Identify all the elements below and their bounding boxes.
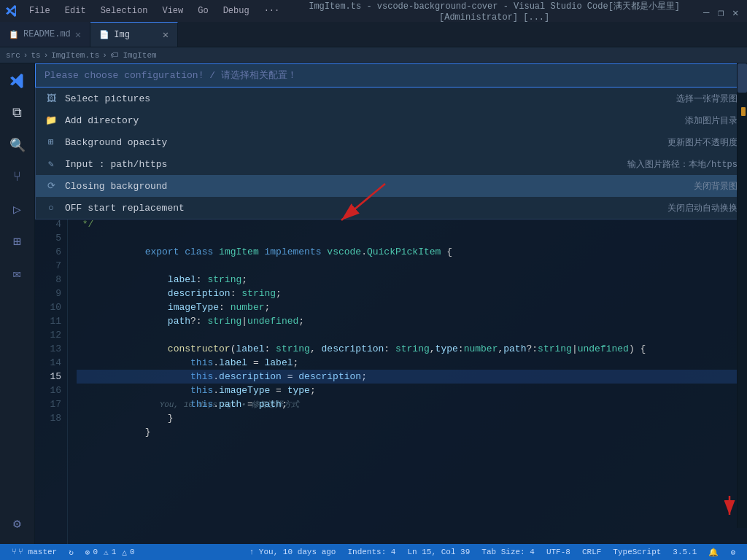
ln-7: 7 bbox=[35, 259, 61, 273]
code-line-6 bbox=[77, 245, 747, 259]
off-start-desc: 关闭启动自动换换 bbox=[667, 202, 738, 214]
statusbar-sync[interactable]: ↻ bbox=[63, 544, 80, 560]
statusbar-position[interactable]: Ln 15, Col 39 bbox=[401, 544, 476, 560]
settings-gear-icon: ⚙ bbox=[730, 548, 735, 557]
menu-selection[interactable]: Selection bbox=[95, 4, 154, 18]
activity-mail[interactable]: ✉ bbox=[3, 259, 32, 288]
ln-15: 15 bbox=[35, 370, 61, 384]
activity-settings[interactable]: ⚙ bbox=[3, 509, 32, 538]
ln-9: 9 bbox=[35, 287, 61, 300]
scrollbar-track[interactable] bbox=[737, 63, 747, 528]
ln-17: 17 bbox=[35, 397, 61, 411]
code-line-18: } bbox=[77, 411, 747, 425]
scroll-down-arrow bbox=[721, 494, 738, 521]
close-button[interactable]: ✕ bbox=[732, 7, 741, 15]
tabsize-text: Tab Size: 4 bbox=[481, 548, 535, 556]
lineending-text: CRLF bbox=[582, 548, 601, 556]
activity-extensions[interactable]: ⊞ bbox=[3, 227, 32, 256]
statusbar-settings-icon[interactable]: ⚙ bbox=[724, 544, 741, 560]
code-line-14: this.description = description; bbox=[77, 356, 747, 370]
indents-text: Indents: 4 bbox=[347, 548, 395, 556]
activity-bar: ⧉ 🔍 ⑂ ▷ ⊞ ✉ ⚙ bbox=[0, 63, 35, 544]
quick-pick-list: 🖼 Select pictures 选择一张背景图 📁 Add director… bbox=[35, 88, 747, 219]
scrollbar-thumb[interactable] bbox=[738, 63, 747, 93]
menu-edit[interactable]: Edit bbox=[59, 4, 92, 18]
notification-icon: 🔔 bbox=[708, 548, 719, 557]
activity-debug[interactable]: ▷ bbox=[3, 195, 32, 224]
window-title: ImgItem.ts - vscode-background-cover - V… bbox=[285, 0, 703, 23]
maximize-button[interactable]: ❐ bbox=[718, 7, 727, 15]
menu-go[interactable]: Go bbox=[192, 4, 214, 18]
menu-file[interactable]: File bbox=[23, 4, 56, 18]
statusbar-language[interactable]: TypeScript bbox=[607, 544, 667, 560]
input-path-icon: ✎ bbox=[44, 158, 58, 171]
window-controls: — ❐ ✕ bbox=[703, 7, 741, 15]
warning-icon: ⚠ bbox=[104, 548, 109, 557]
ln-12: 12 bbox=[35, 328, 61, 342]
code-editor[interactable]: 🖼 Select pictures 选择一张背景图 📁 Add director… bbox=[35, 63, 747, 544]
code-line-13: this.label = label; bbox=[77, 342, 747, 356]
add-directory-desc: 添加图片目录 bbox=[685, 114, 738, 127]
position-text: Ln 15, Col 39 bbox=[407, 548, 470, 556]
breadcrumb-symbol[interactable]: 🏷 ImgItem bbox=[110, 50, 157, 60]
activity-vscode[interactable] bbox=[3, 66, 32, 96]
activity-search[interactable]: 🔍 bbox=[3, 131, 32, 160]
qp-item-background-opacity[interactable]: ⊞ Background opacity 更新图片不透明度 bbox=[36, 131, 746, 153]
statusbar-lineending[interactable]: CRLF bbox=[576, 544, 607, 560]
activity-explorer[interactable]: ⧉ bbox=[3, 98, 32, 128]
quick-pick-input[interactable] bbox=[35, 63, 747, 88]
menu-view[interactable]: View bbox=[156, 4, 189, 18]
code-line-12: constructor(label: string, description: … bbox=[77, 328, 747, 342]
language-text: TypeScript bbox=[613, 548, 661, 556]
branch-name: ⑂ master bbox=[18, 548, 57, 556]
code-line-17: } bbox=[77, 397, 747, 411]
branch-icon: ⑂ bbox=[12, 548, 17, 556]
qp-item-closing-background[interactable]: ⟳ Closing background 关闭背景图 bbox=[36, 175, 746, 197]
menu-debug[interactable]: Debug bbox=[217, 4, 255, 18]
code-line-8: description: string; bbox=[77, 273, 747, 287]
titlebar: File Edit Selection View Go Debug ··· Im… bbox=[0, 0, 747, 22]
qp-item-input-path[interactable]: ✎ Input : path/https 输入图片路径：本地/https bbox=[36, 153, 746, 175]
code-line-5: export class imgItem implements vscode.Q… bbox=[77, 231, 747, 245]
code-line-7: label: string; bbox=[77, 259, 747, 273]
breadcrumb-ts[interactable]: ts bbox=[31, 51, 40, 60]
statusbar-indents[interactable]: Indents: 4 bbox=[341, 544, 401, 560]
code-content[interactable]: import * as vs You, 10 days ago | /** * … bbox=[68, 174, 747, 544]
breadcrumb-sep3: › bbox=[102, 51, 107, 60]
statusbar-errors[interactable]: ⊗ 0 ⚠ 1 △ 0 bbox=[80, 544, 141, 560]
ln-6: 6 bbox=[35, 245, 61, 259]
closing-background-desc: 关闭背景图 bbox=[694, 180, 738, 192]
line-numbers-area: 1 2 3 4 5 6 7 8 9 10 11 12 13 14 15 16 1 bbox=[35, 174, 747, 544]
qp-item-add-directory[interactable]: 📁 Add directory 添加图片目录 bbox=[36, 109, 746, 131]
tab-readme[interactable]: 📋 README.md ✕ bbox=[0, 22, 90, 47]
statusbar-notifications[interactable]: 🔔 bbox=[703, 544, 724, 560]
breadcrumb-src[interactable]: src bbox=[6, 51, 20, 60]
statusbar-branch[interactable]: ⑂ ⑂ master bbox=[6, 544, 63, 560]
off-start-label: OFF start replacement bbox=[65, 203, 660, 214]
statusbar-version[interactable]: 3.5.1 bbox=[667, 544, 703, 560]
qp-item-off-start-replacement[interactable]: ○ OFF start replacement 关闭启动自动换换 bbox=[36, 197, 746, 219]
statusbar-tabsize[interactable]: Tab Size: 4 bbox=[476, 544, 541, 560]
add-directory-icon: 📁 bbox=[44, 114, 58, 127]
ln-11: 11 bbox=[35, 314, 61, 328]
readme-tab-close[interactable]: ✕ bbox=[75, 28, 81, 41]
titlebar-menu: File Edit Selection View Go Debug ··· bbox=[23, 4, 285, 18]
breadcrumb-sep2: › bbox=[44, 51, 49, 60]
ln-18: 18 bbox=[35, 411, 61, 425]
activity-source-control[interactable]: ⑂ bbox=[3, 163, 32, 192]
qp-item-select-pictures[interactable]: 🖼 Select pictures 选择一张背景图 bbox=[36, 88, 746, 109]
statusbar-encoding[interactable]: UTF-8 bbox=[541, 544, 576, 560]
breadcrumb-file[interactable]: ImgItem.ts bbox=[51, 51, 99, 60]
background-opacity-label: Background opacity bbox=[65, 137, 660, 148]
statusbar-blame[interactable]: ↑ You, 10 days ago bbox=[244, 544, 342, 560]
statusbar: ⑂ ⑂ master ↻ ⊗ 0 ⚠ 1 △ 0 ↑ You, 10 days … bbox=[0, 544, 747, 560]
code-line-15: this.imageType = type; You, 10 days ago … bbox=[77, 370, 747, 384]
version-text: 3.5.1 bbox=[673, 548, 697, 556]
tab-imgitem[interactable]: 📄 Img ✕ bbox=[90, 22, 178, 47]
imgitem-tab-close[interactable]: ✕ bbox=[163, 28, 169, 41]
error-count: 0 bbox=[93, 548, 98, 556]
menu-more[interactable]: ··· bbox=[258, 4, 286, 18]
minimize-button[interactable]: — bbox=[703, 7, 712, 15]
encoding-text: UTF-8 bbox=[546, 548, 570, 556]
quick-pick-container: 🖼 Select pictures 选择一张背景图 📁 Add director… bbox=[35, 63, 747, 219]
